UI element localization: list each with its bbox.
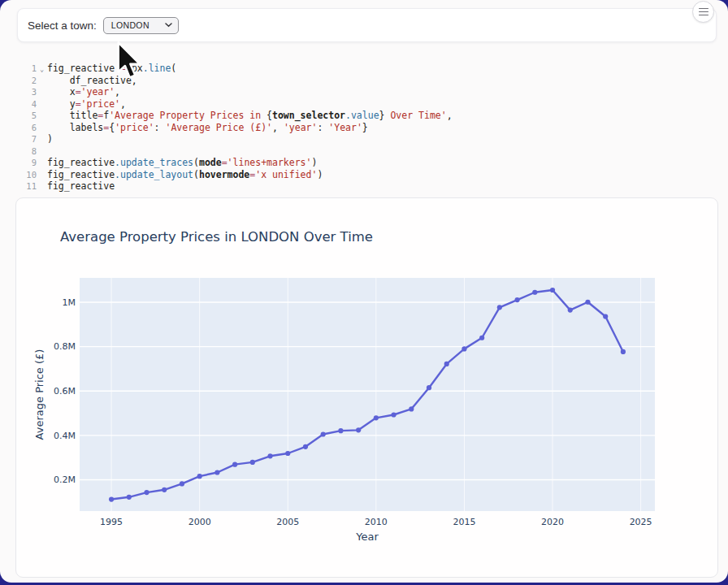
code-text: fig_reactive <box>47 180 713 193</box>
x-axis-title: Year <box>355 531 379 543</box>
code-line[interactable]: 9fig_reactive.update_traces(mode='lines+… <box>17 157 713 169</box>
data-point-marker <box>532 290 537 295</box>
data-point-marker <box>356 427 361 432</box>
town-selector-bar: Select a town: LONDON <box>17 8 717 42</box>
line-number: 3 <box>17 86 37 98</box>
data-point-marker <box>180 481 184 486</box>
chevron-down-icon <box>165 23 172 28</box>
data-point-marker <box>515 297 520 302</box>
x-tick-label: 2025 <box>630 517 652 527</box>
code-line[interactable]: 7) <box>17 133 713 145</box>
data-point-marker <box>250 460 255 465</box>
line-number: 6 <box>17 122 37 134</box>
code-text: fig_reactive.update_traces(mode='lines+m… <box>47 157 713 169</box>
data-point-marker <box>285 451 290 456</box>
x-tick-label: 1995 <box>100 517 123 527</box>
code-line[interactable]: 11fig_reactive <box>17 180 713 193</box>
y-axis-title: Average Price (£) <box>33 349 46 440</box>
data-point-marker <box>232 462 237 467</box>
data-point-marker <box>444 362 449 366</box>
line-number: 2 <box>17 75 37 87</box>
data-point-marker <box>144 490 149 495</box>
property-price-line-chart[interactable]: 19952000200520102015202020250.2M0.4M0.6M… <box>16 198 717 577</box>
town-selector-label: Select a town: <box>28 20 97 32</box>
code-line[interactable]: 8 <box>17 145 713 158</box>
data-point-marker <box>197 474 202 479</box>
data-point-marker <box>427 385 431 390</box>
plot-area <box>80 278 655 511</box>
x-tick-label: 2000 <box>188 517 211 527</box>
fold-chevron-icon[interactable]: ⌄ <box>37 63 47 76</box>
town-select-value: LONDON <box>111 20 150 30</box>
y-tick-label: 0.4M <box>54 431 76 441</box>
data-point-marker <box>109 496 114 501</box>
code-text: title=f'Average Property Prices in {town… <box>47 110 713 122</box>
data-point-marker <box>127 495 132 500</box>
data-point-marker <box>621 349 626 354</box>
data-point-marker <box>603 314 608 318</box>
x-tick-label: 2020 <box>541 517 564 527</box>
code-line[interactable]: 3 x='year', <box>17 86 713 98</box>
code-text: labels={'price': 'Average Price (£)', 'y… <box>47 122 713 134</box>
menu-button[interactable] <box>692 1 714 23</box>
town-select-dropdown[interactable]: LONDON <box>103 17 179 34</box>
data-point-marker <box>409 406 414 411</box>
data-point-marker <box>462 346 466 351</box>
data-point-marker <box>568 307 573 312</box>
data-point-marker <box>391 412 396 417</box>
line-number: 7 <box>17 133 37 145</box>
data-point-marker <box>338 428 343 433</box>
data-point-marker <box>162 488 167 492</box>
code-text: fig_reactive = px.line( <box>47 63 713 75</box>
code-text: y='price', <box>47 98 713 110</box>
code-text: ) <box>47 133 713 145</box>
data-point-marker <box>214 470 219 474</box>
app-page: Select a town: LONDON 1⌄fig_reactive = p… <box>0 0 728 583</box>
line-number: 4 <box>17 98 37 110</box>
mouse-cursor-icon <box>115 41 145 82</box>
chart-output-card: 19952000200520102015202020250.2M0.4M0.6M… <box>15 197 718 578</box>
code-line[interactable]: 6 labels={'price': 'Average Price (£)', … <box>17 122 713 134</box>
x-tick-label: 2010 <box>365 517 388 527</box>
y-tick-label: 0.2M <box>54 474 76 485</box>
data-point-marker <box>267 453 272 458</box>
code-line[interactable]: 4 y='price', <box>17 98 713 110</box>
line-number: 11 <box>17 180 37 193</box>
y-tick-label: 0.6M <box>54 386 76 396</box>
code-line[interactable]: 10fig_reactive.update_layout(hovermode='… <box>17 169 713 181</box>
data-point-marker <box>550 288 555 292</box>
data-point-marker <box>479 336 484 340</box>
line-number: 8 <box>17 145 37 158</box>
line-number: 5 <box>17 110 37 122</box>
x-tick-label: 2015 <box>453 517 475 527</box>
data-point-marker <box>303 444 308 449</box>
data-point-marker <box>374 415 379 420</box>
code-text: df_reactive, <box>47 75 713 87</box>
code-text: fig_reactive.update_layout(hovermode='x … <box>47 169 713 181</box>
line-number: 9 <box>17 157 37 169</box>
code-line[interactable]: 5 title=f'Average Property Prices in {to… <box>17 110 713 122</box>
code-text: x='year', <box>47 86 713 98</box>
x-tick-label: 2005 <box>276 517 299 527</box>
line-number: 10 <box>17 169 37 181</box>
y-tick-label: 1M <box>63 297 76 308</box>
chart-title: Average Property Prices in LONDON Over T… <box>60 229 373 245</box>
hamburger-menu-icon <box>699 8 708 16</box>
data-point-marker <box>497 305 502 310</box>
data-point-marker <box>585 300 590 305</box>
line-number: 1 <box>17 63 37 75</box>
y-tick-label: 0.8M <box>54 341 76 352</box>
data-point-marker <box>321 431 326 436</box>
